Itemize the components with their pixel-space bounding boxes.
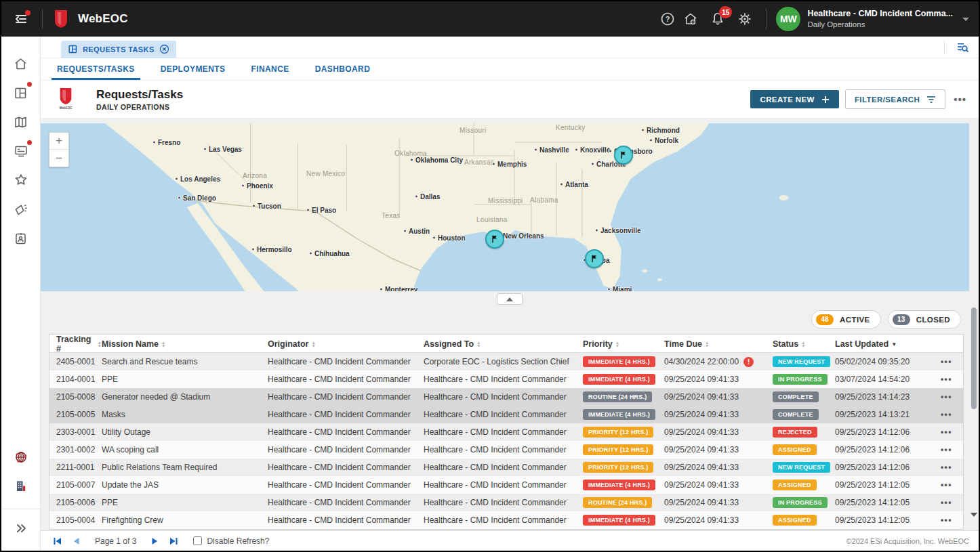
column-header-assigned-to[interactable]: Assigned To▲▼: [424, 339, 583, 349]
settings-gear-icon[interactable]: [733, 7, 756, 30]
city-name: Monterrey: [385, 286, 417, 292]
row-actions-button[interactable]: •••: [937, 480, 963, 490]
sidebar-item-maps[interactable]: [9, 110, 33, 134]
map-city-label-los-angeles: Los Angeles: [175, 175, 220, 183]
close-icon[interactable]: [159, 44, 169, 54]
priority-badge: ROUTINE (24 HRS.): [583, 497, 652, 508]
scrollbar-thumb[interactable]: [971, 307, 977, 409]
zoom-in-button[interactable]: +: [49, 133, 68, 150]
closed-filter-button[interactable]: 13 CLOSED: [888, 310, 961, 328]
previous-page-button[interactable]: [72, 536, 81, 546]
row-actions-button[interactable]: •••: [937, 427, 963, 437]
table-row[interactable]: 2105-0008Generator needed @ StadiumHealt…: [49, 388, 963, 406]
map-panel[interactable]: MissouriKentuckyOklahomaArkansasNew Mexi…: [41, 123, 969, 291]
chevron-down-icon[interactable]: [962, 18, 969, 21]
tab-deployments[interactable]: DEPLOYMENTS: [159, 58, 227, 80]
row-actions-button[interactable]: •••: [937, 392, 963, 402]
notifications-icon[interactable]: 15: [706, 7, 729, 30]
cell-tracking-number: 2211-0001: [56, 463, 102, 472]
city-name: Norfolk: [655, 137, 678, 144]
column-header-status[interactable]: Status▲▼: [773, 339, 835, 349]
row-actions-button[interactable]: •••: [937, 375, 963, 384]
tab-finance[interactable]: FINANCE: [249, 58, 290, 80]
city-dot: [415, 195, 418, 198]
cell-mission-name: Utility Outage: [102, 427, 268, 437]
flag-icon: [490, 234, 499, 244]
sidebar-item-boards[interactable]: [9, 81, 33, 105]
city-dot: [607, 288, 611, 291]
table-row[interactable]: 2105-0006PPEHealthcare - CMD Incident Co…: [49, 494, 963, 511]
row-actions-button[interactable]: •••: [937, 515, 963, 525]
help-icon[interactable]: ?: [656, 7, 679, 30]
table-row[interactable]: 2104-0001PPEHealthcare - CMD Incident Co…: [49, 370, 963, 388]
new-orleans-marker[interactable]: [485, 230, 504, 249]
table-row[interactable]: 2105-0007Update the JASHealthcare - CMD …: [49, 476, 963, 494]
greensboro-marker[interactable]: [614, 146, 633, 165]
column-header-time-due[interactable]: Time Due▲▼: [664, 339, 773, 349]
priority-badge: IMMEDIATE (4 HRS.): [583, 480, 655, 490]
row-actions-button[interactable]: •••: [937, 463, 963, 472]
cell-last-updated: 03/07/2024 14:54:20: [835, 375, 937, 384]
board-chip-requests-tasks[interactable]: REQUESTS TASKS: [61, 41, 176, 58]
row-actions-button[interactable]: •••: [937, 498, 963, 507]
table-row[interactable]: 2211-0001Public Relations Team RequiredH…: [49, 459, 963, 476]
next-page-button[interactable]: [150, 536, 159, 546]
boards-alert-dot: [27, 82, 32, 87]
table-row[interactable]: 2105-0004Firefighting CrewHealthcare - C…: [49, 511, 963, 529]
cell-tracking-number: 2104-0001: [56, 375, 102, 384]
last-page-button[interactable]: [169, 536, 178, 546]
column-header-priority[interactable]: Priority▲▼: [583, 339, 664, 349]
table-row[interactable]: 2301-0002WA scoping callHealthcare - CMD…: [49, 441, 963, 459]
table-row[interactable]: 2303-0001Utility OutageHealthcare - CMD …: [49, 423, 963, 441]
row-actions-button[interactable]: •••: [937, 357, 963, 366]
cell-status: IN PROGRESS: [773, 497, 835, 508]
city-name: Phoenix: [247, 182, 273, 190]
cell-mission-name: Public Relations Team Required: [102, 463, 268, 472]
cell-status: ASSIGNED: [773, 515, 835, 526]
filter-search-button[interactable]: FILTER/SEARCH: [845, 89, 945, 109]
page-more-button[interactable]: •••: [954, 93, 966, 105]
active-filter-button[interactable]: 48 ACTIVE: [811, 310, 881, 328]
city-dot: [380, 288, 383, 291]
sidebar-item-home[interactable]: [9, 51, 33, 76]
cell-assigned-to: Corporate EOC - Logistics Section Chief: [424, 357, 583, 366]
account-switcher[interactable]: Healthcare - CMD Incident Comma... Daily…: [807, 9, 953, 29]
table-row[interactable]: 2405-0001Search and Rescue teamsHealthca…: [49, 353, 963, 370]
column-header-mission-name[interactable]: Mission Name▲▼: [102, 339, 268, 349]
cell-time-due: 09/25/2024 09:41:33: [664, 498, 773, 507]
sidebar-item-messages[interactable]: [9, 139, 33, 163]
table-row[interactable]: 2105-0005MasksHealthcare - CMD Incident …: [49, 406, 963, 423]
zoom-out-button[interactable]: −: [49, 150, 68, 167]
board-chip-label: REQUESTS TASKS: [83, 45, 155, 54]
create-new-button[interactable]: CREATE NEW: [750, 90, 838, 108]
row-actions-button[interactable]: •••: [937, 410, 963, 419]
sidebar-item-organization[interactable]: [9, 474, 33, 498]
row-actions-button[interactable]: •••: [937, 445, 963, 454]
scrollbar-down-arrow[interactable]: [971, 513, 977, 517]
sidebar-item-announcements[interactable]: [9, 197, 33, 221]
vertical-scrollbar[interactable]: [970, 123, 978, 529]
sidebar-item-plugins[interactable]: [9, 168, 33, 192]
cell-last-updated: 09/25/2023 14:12:06: [835, 445, 937, 454]
collapse-menu-button[interactable]: [9, 7, 33, 30]
tab-requests-tasks[interactable]: REQUESTS/TASKS: [56, 58, 136, 80]
tab-dashboard[interactable]: DASHBOARD: [314, 58, 372, 80]
column-header-last-updated[interactable]: Last Updated▼: [835, 339, 937, 349]
city-name: Chihuahua: [314, 250, 350, 257]
priority-badge: PRIORITY (12 HRS.): [583, 427, 653, 438]
disable-refresh-checkbox[interactable]: [193, 536, 202, 545]
cell-assigned-to: Healthcare - CMD Incident Commander: [424, 463, 583, 472]
city-dot: [591, 163, 594, 166]
column-header-tracking[interactable]: Tracking #▲▼: [56, 335, 102, 354]
expand-sidebar-button[interactable]: [9, 516, 33, 540]
board-search-icon[interactable]: [953, 38, 972, 57]
sidebar-item-contacts[interactable]: [9, 226, 33, 251]
home-settings-icon[interactable]: [679, 7, 702, 30]
sidebar-item-fusion-globe[interactable]: [9, 445, 33, 469]
user-avatar[interactable]: MW: [776, 7, 800, 31]
column-header-originator[interactable]: Originator▲▼: [268, 339, 424, 349]
first-page-button[interactable]: [53, 536, 62, 546]
cell-assigned-to: Healthcare - CMD Incident Commander: [424, 410, 583, 419]
collapse-map-button[interactable]: [497, 293, 523, 305]
tampa-marker[interactable]: [585, 249, 604, 268]
